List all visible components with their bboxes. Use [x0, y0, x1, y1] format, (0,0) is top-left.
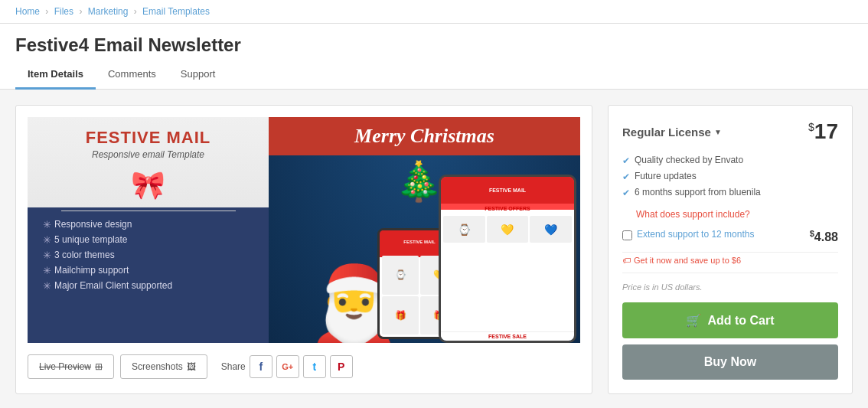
- add-to-cart-button[interactable]: 🛒 Add to Cart: [622, 302, 838, 338]
- support-link[interactable]: What does support include?: [636, 209, 838, 220]
- breadcrumb-sep-2: ›: [79, 6, 82, 17]
- phone-item-3: 💙: [530, 216, 572, 243]
- action-bar: Live Preview ⊞ Screenshots 🖼 Share f G+ …: [28, 354, 580, 379]
- tablet-item-3: 🎁: [382, 296, 419, 335]
- screenshots-button[interactable]: Screenshots 🖼: [120, 354, 207, 379]
- breadcrumb-files[interactable]: Files: [54, 6, 73, 17]
- features-list: ✳ Responsive design ✳ 5 unique template …: [39, 219, 257, 295]
- phone-product-grid: ⌚ 💛 💙: [441, 214, 574, 331]
- feature-4: ✳ Mailchimp support: [43, 265, 253, 276]
- check-icon-3: ✔: [622, 188, 630, 198]
- product-panel: FESTIVE MAIL Responsive email Template 🎀…: [15, 105, 592, 394]
- extend-support-label: Extend support to 12 months: [637, 229, 754, 240]
- main-content: FESTIVE MAIL Responsive email Template 🎀…: [0, 90, 868, 408]
- tag-icon: 🏷: [622, 256, 631, 265]
- tab-support[interactable]: Support: [168, 60, 228, 90]
- feature-label-1: Quality checked by Envato: [635, 155, 743, 165]
- breadcrumb-home[interactable]: Home: [15, 6, 40, 17]
- feature-2: ✳ 5 unique template: [43, 234, 253, 246]
- screenshots-label: Screenshots: [132, 361, 183, 372]
- merry-christmas-banner: Merry Christmas: [269, 117, 580, 155]
- image-icon: 🖼: [187, 361, 196, 372]
- feature-1: ✳ Responsive design: [43, 219, 253, 230]
- price-currency: $: [808, 121, 814, 133]
- feature-text-1: Responsive design: [54, 219, 132, 230]
- phone-header: FESTIVE MAIL: [441, 177, 574, 204]
- page-title: Festive4 Email Newsletter: [15, 34, 853, 56]
- facebook-button[interactable]: f: [250, 355, 272, 378]
- live-preview-button[interactable]: Live Preview ⊞: [28, 354, 114, 379]
- license-type-label: Regular License: [622, 126, 711, 139]
- license-type: Regular License ▼: [622, 126, 722, 139]
- save-link[interactable]: Get it now and save up to $6: [634, 256, 741, 265]
- star-icon-5: ✳: [43, 280, 51, 292]
- grid-icon: ⊞: [95, 361, 103, 372]
- license-card: Regular License ▼ $17 ✔ Quality checked …: [608, 105, 853, 394]
- festive-mail-subtitle: Responsive email Template: [86, 149, 211, 160]
- tabs-bar: Item Details Comments Support: [0, 56, 868, 90]
- star-icon-3: ✳: [43, 250, 51, 261]
- pinterest-button[interactable]: P: [330, 355, 353, 378]
- star-icon-4: ✳: [43, 265, 51, 276]
- buy-now-button[interactable]: Buy Now: [622, 344, 838, 380]
- live-preview-label: Live Preview: [39, 361, 91, 372]
- add-to-cart-label: Add to Cart: [707, 314, 774, 328]
- tablet-item-1: ⌚: [382, 256, 419, 295]
- phone-mockup: FESTIVE MAIL FESTIVE OFFERS ⌚ 💛 💙 FESTIV…: [439, 175, 576, 343]
- tab-item-details[interactable]: Item Details: [15, 60, 96, 90]
- phone-header-text: FESTIVE MAIL: [489, 188, 526, 193]
- feature-label-3: 6 months support from bluenila: [635, 187, 761, 197]
- breadcrumb-email-templates[interactable]: Email Templates: [142, 6, 210, 17]
- product-image-right: Merry Christmas 🎄 🎅 FESTIVE MAIL: [269, 117, 580, 343]
- breadcrumb-sep-3: ›: [134, 6, 137, 17]
- phone-screen: FESTIVE MAIL FESTIVE OFFERS ⌚ 💛 💙 FESTIV…: [441, 177, 574, 341]
- extend-support-section: Extend support to 12 months $4.88: [622, 229, 838, 253]
- share-area: Share f G+ t P: [221, 355, 353, 378]
- breadcrumb-marketing[interactable]: Marketing: [88, 6, 129, 17]
- tablet-header-text: FESTIVE MAIL: [403, 240, 435, 244]
- feature-text-5: Major Email Client supported: [54, 280, 172, 291]
- feature-3: ✳ 3 color themes: [43, 250, 253, 261]
- star-icon-2: ✳: [43, 234, 51, 246]
- feature-text-2: 5 unique template: [54, 234, 127, 245]
- page-title-bar: Festive4 Email Newsletter: [0, 24, 868, 56]
- cart-icon: 🛒: [686, 313, 701, 328]
- extend-price-display: $4.88: [810, 229, 838, 244]
- feature-5: ✳ Major Email Client supported: [43, 280, 253, 292]
- product-image-left: FESTIVE MAIL Responsive email Template 🎀…: [28, 117, 269, 343]
- license-price-display: $17: [808, 119, 838, 144]
- license-features: ✔ Quality checked by Envato ✔ Future upd…: [622, 155, 838, 198]
- breadcrumb-sep-1: ›: [45, 6, 48, 17]
- phone-item-1: ⌚: [443, 216, 485, 243]
- feature-text-3: 3 color themes: [54, 250, 115, 260]
- extend-checkbox-area: Extend support to 12 months: [622, 229, 754, 240]
- sidebar-panel: Regular License ▼ $17 ✔ Quality checked …: [608, 105, 853, 394]
- license-dropdown-icon[interactable]: ▼: [714, 128, 722, 136]
- extend-price-value: 4.88: [814, 230, 838, 243]
- feature-support: ✔ 6 months support from bluenila: [622, 187, 838, 198]
- feature-text-4: Mailchimp support: [54, 265, 129, 276]
- divider: [61, 211, 236, 211]
- share-label: Share: [221, 361, 246, 372]
- star-icon-1: ✳: [43, 219, 51, 230]
- phone-item-2: 💛: [487, 216, 529, 243]
- right-content-wrapper: Merry Christmas 🎄 🎅 FESTIVE MAIL: [269, 117, 580, 343]
- check-icon-2: ✔: [622, 171, 630, 182]
- tab-comments[interactable]: Comments: [96, 60, 168, 90]
- breadcrumb: Home › Files › Marketing › Email Templat…: [0, 0, 868, 24]
- extend-support-checkbox[interactable]: [622, 230, 632, 240]
- twitter-button[interactable]: t: [303, 355, 326, 378]
- check-icon-1: ✔: [622, 155, 630, 166]
- feature-updates: ✔ Future updates: [622, 171, 838, 182]
- feature-envato: ✔ Quality checked by Envato: [622, 155, 838, 166]
- ribbon-decoration: 🎀: [131, 169, 165, 201]
- feature-label-2: Future updates: [635, 171, 697, 181]
- save-note: 🏷 Get it now and save up to $6: [622, 256, 838, 273]
- product-images: FESTIVE MAIL Responsive email Template 🎀…: [28, 117, 580, 343]
- festive-mail-brand: FESTIVE MAIL: [86, 129, 211, 147]
- license-header: Regular License ▼ $17: [622, 119, 838, 144]
- price-value: 17: [814, 119, 838, 143]
- price-note: Price is in US dollars.: [622, 282, 838, 292]
- google-plus-button[interactable]: G+: [276, 355, 299, 378]
